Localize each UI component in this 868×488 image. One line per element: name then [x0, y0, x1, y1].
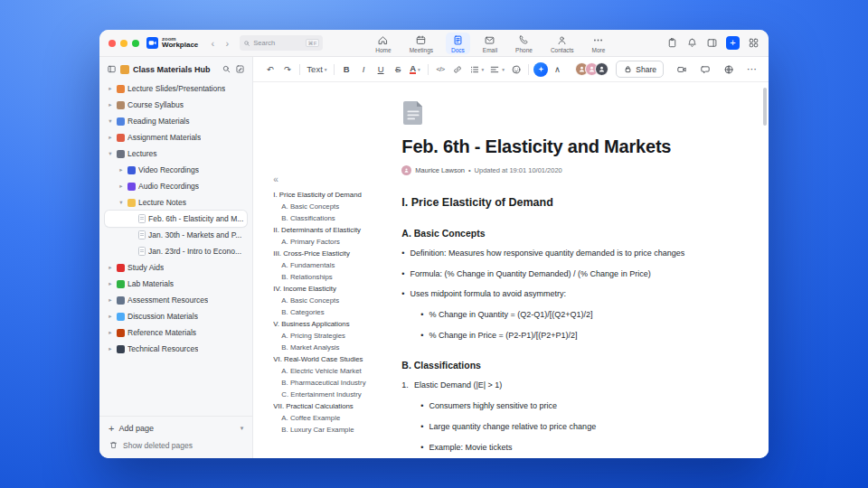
collapse-outline-icon[interactable]: « [273, 174, 278, 184]
chevron-down-icon[interactable]: ▾ [118, 199, 125, 206]
toc-item[interactable]: IV. Income Elasticity [273, 283, 387, 295]
toc-item[interactable]: B. Pharmaceutical Industry [273, 377, 387, 389]
sidebar-section-item[interactable]: ▸Lecture Slides/Presentations [105, 80, 247, 97]
chevron-right-icon[interactable]: ▸ [107, 313, 114, 320]
back-button[interactable]: ‹ [207, 37, 218, 50]
page-title[interactable]: Feb. 6th - Elasticity and Markets [401, 136, 731, 157]
clipboard-icon[interactable] [666, 37, 678, 49]
bold-button[interactable]: B [339, 61, 354, 78]
sidebar-page-item[interactable]: Feb. 6th - Elasticity and M... [105, 211, 247, 227]
toc-item[interactable]: VI. Real-World Case Studies [273, 353, 387, 365]
collapse-toolbar-button[interactable]: ∧ [550, 61, 565, 78]
chevron-down-icon[interactable]: ▾ [107, 150, 114, 157]
forward-button[interactable]: › [222, 37, 232, 50]
panel-right-icon[interactable] [706, 37, 718, 49]
toc-item[interactable]: A. Fundamentals [273, 259, 387, 271]
toc-item[interactable]: III. Cross-Price Elasticity [273, 248, 387, 259]
start-meeting-camera-icon[interactable] [675, 61, 689, 78]
chevron-right-icon[interactable]: ▸ [107, 296, 114, 304]
chevron-right-icon[interactable]: ▸ [107, 101, 114, 108]
sidebar-section-item[interactable]: ▾Lecture Notes [105, 194, 247, 211]
toc-item[interactable]: I. Price Elasticity of Demand [273, 189, 387, 201]
tab-docs[interactable]: Docs [446, 33, 470, 54]
comment-icon[interactable] [698, 61, 712, 78]
link-button[interactable] [450, 61, 466, 78]
underline-button[interactable]: U [373, 61, 389, 78]
toc-item[interactable]: V. Business Applications [273, 318, 387, 330]
bulleted-list-button[interactable]: ▾ [467, 61, 486, 78]
italic-button[interactable]: I [356, 61, 372, 78]
sidebar-section-item[interactable]: ▸Lab Materials [105, 276, 247, 292]
toc-item[interactable]: II. Determinants of Elasticity [273, 224, 387, 236]
globe-language-icon[interactable] [722, 61, 736, 78]
collaborator-avatar[interactable] [595, 62, 609, 76]
tab-contacts[interactable]: Contacts [545, 33, 580, 54]
emoji-button[interactable] [508, 61, 524, 78]
code-button[interactable]: </> [433, 61, 448, 78]
chevron-right-icon[interactable]: ▸ [107, 345, 114, 352]
chevron-right-icon[interactable]: ▸ [107, 264, 114, 271]
tab-phone[interactable]: Phone [510, 33, 538, 54]
ai-companion-button[interactable] [533, 62, 548, 77]
sidebar-section-item[interactable]: ▸Assessment Resources [105, 292, 247, 308]
chevron-down-icon[interactable]: ▾ [107, 117, 114, 125]
text-style-button[interactable]: Text▾ [305, 61, 328, 78]
search-input[interactable]: Search ⌘F [240, 35, 323, 51]
sidebar-section-item[interactable]: ▸Course Syllabus [105, 97, 247, 113]
new-item-button[interactable]: + [726, 36, 740, 50]
toc-item[interactable]: B. Market Analysis [273, 342, 387, 353]
doc-body[interactable]: I. Price Elasticity of DemandA. Basic Co… [401, 196, 731, 458]
close-window-button[interactable] [108, 40, 116, 47]
chevron-right-icon[interactable]: ▸ [118, 183, 125, 190]
collapse-sidebar-icon[interactable] [107, 64, 117, 74]
tab-more[interactable]: More [587, 33, 611, 54]
tab-home[interactable]: Home [370, 33, 396, 54]
chevron-down-icon[interactable]: ▾ [241, 425, 244, 432]
minimize-window-button[interactable] [120, 40, 127, 47]
toc-item[interactable]: A. Electric Vehicle Market [273, 365, 387, 377]
scrollbar-thumb[interactable] [763, 88, 767, 126]
sidebar-section-item[interactable]: ▾Lectures [105, 145, 247, 162]
sidebar-section-item[interactable]: ▸Audio Recordings [105, 178, 247, 194]
undo-button[interactable]: ↶ [262, 61, 278, 78]
chevron-right-icon[interactable]: ▸ [107, 329, 114, 336]
toc-item[interactable]: B. Luxury Car Example [273, 424, 387, 436]
show-deleted-pages-button[interactable]: Show deleted pages [108, 440, 243, 450]
chevron-right-icon[interactable]: ▸ [118, 166, 125, 174]
sidebar-page-item[interactable]: Jan. 30th - Markets and P... [105, 227, 247, 243]
toc-item[interactable]: A. Basic Concepts [273, 201, 387, 212]
toc-item[interactable]: A. Primary Factors [273, 236, 387, 248]
more-options-icon[interactable]: ⋯ [745, 61, 760, 78]
chevron-right-icon[interactable]: ▸ [107, 85, 114, 92]
sidebar-section-item[interactable]: ▸Reference Materials [105, 324, 247, 341]
toc-item[interactable]: B. Relationships [273, 271, 387, 283]
zoom-window-button[interactable] [132, 40, 139, 47]
toc-item[interactable]: A. Basic Concepts [273, 295, 387, 306]
doc-scroll-area[interactable]: « I. Price Elasticity of DemandA. Basic … [253, 82, 769, 458]
apps-grid-icon[interactable] [748, 37, 760, 49]
sidebar-section-item[interactable]: ▸Assignment Materials [105, 129, 247, 145]
share-button[interactable]: Share [616, 61, 664, 78]
add-page-button[interactable]: + Add page ▾ [108, 423, 243, 434]
align-button[interactable]: ▾ [487, 61, 506, 78]
bell-icon[interactable] [686, 37, 698, 49]
sidebar-section-item[interactable]: ▸Video Recordings [105, 162, 247, 178]
text-color-button[interactable]: A▾ [408, 61, 423, 78]
new-page-icon[interactable] [235, 64, 245, 74]
tab-email[interactable]: Email [477, 33, 503, 54]
sidebar-search-icon[interactable] [222, 64, 231, 74]
chevron-right-icon[interactable]: ▸ [107, 280, 114, 287]
sidebar-section-item[interactable]: ▸Discussion Materials [105, 308, 247, 324]
toc-item[interactable]: A. Coffee Example [273, 412, 387, 424]
toc-item[interactable]: B. Categories [273, 306, 387, 318]
tab-meetings[interactable]: Meetings [404, 33, 439, 54]
redo-button[interactable]: ↷ [279, 61, 295, 78]
toc-item[interactable]: C. Entertainment Industry [273, 389, 387, 400]
toc-item[interactable]: A. Pricing Strategies [273, 330, 387, 342]
chevron-right-icon[interactable]: ▸ [107, 134, 114, 141]
strikethrough-button[interactable]: S [391, 61, 406, 78]
sidebar-page-item[interactable]: Jan. 23rd - Intro to Econo... [105, 243, 247, 259]
sidebar-section-item[interactable]: ▾Reading Materials [105, 113, 247, 129]
toc-item[interactable]: B. Classifications [273, 212, 387, 224]
sidebar-section-item[interactable]: ▸Study Aids [105, 259, 247, 276]
